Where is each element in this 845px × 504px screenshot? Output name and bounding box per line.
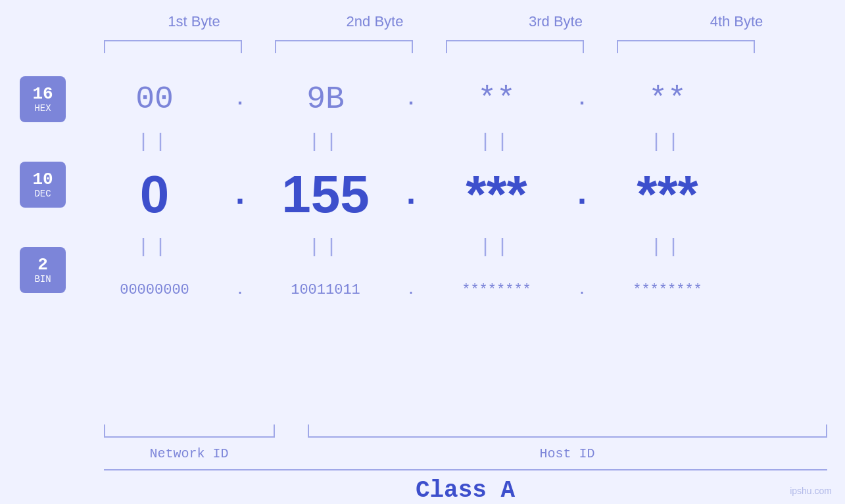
bracket-byte3 (446, 40, 584, 53)
dec-b1: 0 (85, 164, 224, 225)
hex-dot2: . (395, 88, 427, 110)
bottom-brackets (104, 424, 827, 441)
byte4-header: 4th Byte (664, 13, 809, 30)
dec-b2: 155 (256, 164, 395, 225)
byte2-header: 2nd Byte (302, 13, 447, 30)
hex-b1: 00 (85, 81, 224, 117)
eq2-b2: || (256, 236, 395, 258)
watermark: ipshu.com (790, 486, 832, 496)
bracket-sep2 (413, 40, 446, 57)
bin-b1: 00000000 (85, 282, 224, 298)
hex-b4: ** (598, 81, 736, 117)
dec-badge-number: 10 (32, 170, 53, 189)
dec-badge-label: DEC (34, 189, 51, 199)
eq2-b3: || (427, 236, 566, 258)
top-brackets (104, 40, 827, 57)
eq1-b4: || (598, 131, 736, 153)
hex-dot3: . (566, 88, 598, 110)
bottom-bracket-host (308, 424, 827, 438)
bin-dot1: . (224, 283, 256, 298)
bracket-byte4 (617, 40, 755, 53)
byte3-header: 3rd Byte (483, 13, 628, 30)
hex-b2: 9B (256, 81, 395, 117)
bottom-section: Network ID Host ID (104, 424, 827, 461)
bin-badge-label: BIN (34, 274, 51, 285)
bin-row: 00000000 . 10011011 . ******** . (85, 260, 845, 319)
bracket-sep3 (584, 40, 617, 57)
hex-badge-label: HEX (34, 103, 51, 114)
bottom-labels: Network ID Host ID (104, 446, 827, 461)
class-footer-line (104, 469, 827, 470)
bin-b2: 10011011 (256, 282, 395, 298)
eq1-b2: || (256, 131, 395, 153)
bracket-sep1 (242, 40, 275, 57)
bin-b3: ******** (427, 282, 566, 298)
bin-dot2: . (395, 283, 427, 298)
main-container: 1st Byte 2nd Byte 3rd Byte 4th Byte 16 H… (0, 0, 845, 504)
hex-row: 00 . 9B . ** . ** (85, 70, 845, 129)
byte1-header: 1st Byte (122, 13, 266, 30)
dec-badge: 10 DEC (20, 162, 66, 208)
dec-dot3: . (566, 176, 598, 214)
badges-column: 16 HEX 10 DEC 2 BIN (0, 63, 85, 293)
content-area: 16 HEX 10 DEC 2 BIN 00 . (0, 63, 845, 421)
dec-b3: *** (427, 164, 566, 225)
bin-badge-number: 2 (37, 256, 48, 275)
hex-badge-number: 16 (32, 85, 53, 104)
class-footer: Class A (104, 469, 827, 504)
ip-grid: 00 . 9B . ** . ** (85, 63, 845, 319)
hex-b3: ** (427, 81, 566, 117)
host-id-label: Host ID (308, 446, 827, 461)
bin-badge: 2 BIN (20, 247, 66, 293)
eq1-b1: || (85, 131, 224, 153)
eq2-b4: || (598, 236, 736, 258)
bin-dot3: . (566, 283, 598, 298)
dec-dot1: . (224, 176, 256, 214)
hex-badge: 16 HEX (20, 76, 66, 122)
equals-row-2: || || || || (85, 234, 845, 260)
equals-row-1: || || || || (85, 129, 845, 155)
bottom-bracket-network (104, 424, 275, 438)
bracket-byte1 (104, 40, 242, 53)
bracket-byte2 (275, 40, 413, 53)
class-label: Class A (104, 477, 827, 504)
bottom-bracket-gap (275, 424, 308, 441)
dec-dot2: . (395, 176, 427, 214)
hex-dot1: . (224, 88, 256, 110)
eq1-b3: || (427, 131, 566, 153)
byte-headers: 1st Byte 2nd Byte 3rd Byte 4th Byte (104, 13, 827, 30)
dec-row: 0 . 155 . *** . *** (85, 155, 845, 234)
eq2-b1: || (85, 236, 224, 258)
dec-b4: *** (598, 164, 736, 225)
bin-b4: ******** (598, 282, 736, 298)
network-id-label: Network ID (104, 446, 275, 461)
